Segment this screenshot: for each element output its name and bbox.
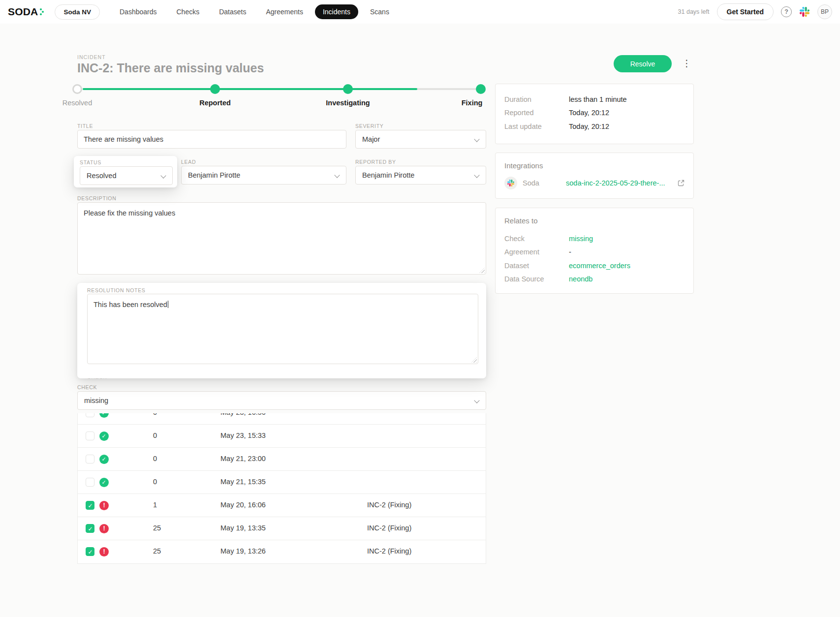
result-value: 25 [153,547,161,555]
check-value: missing [84,397,108,404]
result-value: 0 [153,432,157,439]
check-status-icon [99,478,109,487]
status-label: STATUS [80,159,101,165]
chevron-down-icon [334,172,340,178]
page-title: INC-2: There are missing values [77,61,264,75]
stepper-step-label: Investigating [326,99,370,107]
table-row[interactable]: 1 May 20, 16:06 INC-2 (Fixing) [78,494,486,517]
stepper-dot[interactable] [476,84,486,94]
get-started-button[interactable]: Get Started [717,3,774,20]
checkbox[interactable] [86,432,94,440]
result-value: 1 [153,501,157,509]
check-select[interactable]: missing [77,391,486,410]
chevron-down-icon [474,172,479,178]
slack-icon [504,177,517,189]
result-time: May 23, 15:33 [220,432,266,439]
stepper-step-label: Resolved [62,99,92,107]
result-value: 0 [153,413,157,416]
lead-select[interactable]: Benjamin Pirotte [181,166,346,185]
result-value: 25 [153,524,161,532]
kebab-menu-icon[interactable]: ⋮ [682,58,690,69]
checkbox[interactable] [86,524,94,533]
chevron-down-icon [160,173,166,178]
org-switcher-button[interactable]: Soda NV [55,4,100,20]
nav-item[interactable]: Incidents [315,4,358,19]
relates-row: Data Source neondb [504,273,684,286]
description-label: DESCRIPTION [77,195,116,201]
relates-to-card: Relates to Check missing Agreement - Dat… [495,208,694,294]
top-nav: SODA Soda NV Dashboards Checks Datasets … [0,0,840,24]
incident-details-card: Duration less than 1 minute Reported Tod… [495,84,694,144]
integrations-heading: Integrations [504,161,684,170]
nav-item[interactable]: Scans [362,4,397,19]
relates-value[interactable]: - [569,248,571,256]
relates-value[interactable]: ecommerce_orders [569,262,630,270]
relates-value[interactable]: neondb [569,275,592,283]
avatar[interactable]: BP [817,4,832,19]
lead-value: Benjamin Pirotte [188,171,240,179]
description-textarea[interactable]: Please fix the missing values [77,202,486,275]
severity-select[interactable]: Major [355,130,486,149]
detail-label: Last update [504,123,569,130]
stepper-step-label: Fixing [462,99,483,107]
stepper-dot[interactable] [210,84,220,94]
relates-label: Dataset [504,262,569,270]
soda-logo-text: SODA [8,6,38,18]
detail-value: Today, 20:12 [569,109,609,117]
title-label: TITLE [77,123,93,129]
resize-handle[interactable] [471,357,477,363]
slack-icon[interactable] [799,6,810,17]
nav-item[interactable]: Datasets [211,4,254,19]
table-row[interactable]: 0 May 21, 15:35 [78,471,486,494]
check-label: CHECK [77,384,97,390]
detail-row: Last update Today, 20:12 [504,120,684,133]
chevron-down-icon [474,136,479,142]
status-select[interactable]: Resolved [80,166,173,185]
checkbox[interactable] [86,547,94,556]
check-status-icon [99,524,109,533]
reported-by-select[interactable]: Benjamin Pirotte [355,166,486,185]
nav-item[interactable]: Dashboards [112,4,165,19]
resolution-notes-text: This has been resolved [93,301,167,308]
checkbox[interactable] [86,455,94,463]
title-input[interactable] [77,130,346,149]
soda-logo[interactable]: SODA [8,6,45,18]
external-link-icon[interactable] [678,180,684,186]
relates-to-heading: Relates to [504,216,684,225]
detail-label: Duration [504,95,569,103]
result-time: May 21, 23:00 [220,455,266,463]
stepper-dot[interactable] [343,84,353,94]
table-row[interactable]: 0 May 21, 23:00 [78,448,486,471]
chevron-down-icon [474,398,479,403]
stepper-dot[interactable] [72,84,82,94]
resolve-button[interactable]: Resolve [614,55,672,72]
check-results-table: 0 May 23, 16:56 0 May 23, 15:33 0 May 21… [77,413,486,564]
nav-item[interactable]: Checks [169,4,208,19]
severity-label: SEVERITY [355,123,384,129]
table-row[interactable]: 0 May 23, 15:33 [78,425,486,448]
result-value: 0 [153,478,157,486]
help-icon[interactable]: ? [781,6,792,17]
nav-item[interactable]: Agreements [258,4,311,19]
detail-row: Reported Today, 20:12 [504,106,684,120]
result-time: May 20, 16:06 [220,501,266,509]
table-row[interactable]: 25 May 19, 13:26 INC-2 (Fixing) [78,540,486,563]
checkbox[interactable] [86,501,94,510]
resolution-notes-textarea[interactable]: This has been resolved [87,294,478,364]
result-time: May 19, 13:26 [220,547,266,555]
resolution-notes-card: RESOLUTION NOTES This has been resolved [77,283,486,378]
integration-link[interactable]: soda-inc-2-2025-05-29-there-... [566,179,674,187]
check-status-icon [99,432,109,441]
table-row[interactable]: 0 May 23, 16:56 [78,413,486,425]
resize-handle[interactable] [479,268,485,273]
checkbox[interactable] [86,413,94,417]
result-time: May 21, 15:35 [220,478,266,486]
check-status-icon [99,547,109,556]
relates-value[interactable]: missing [569,235,593,243]
checkbox[interactable] [86,478,94,487]
severity-value: Major [362,135,380,143]
lead-label: LEAD [181,159,196,165]
reported-by-label: REPORTED BY [355,159,396,165]
stepper-progress [83,88,417,90]
table-row[interactable]: 25 May 19, 13:35 INC-2 (Fixing) [78,517,486,540]
